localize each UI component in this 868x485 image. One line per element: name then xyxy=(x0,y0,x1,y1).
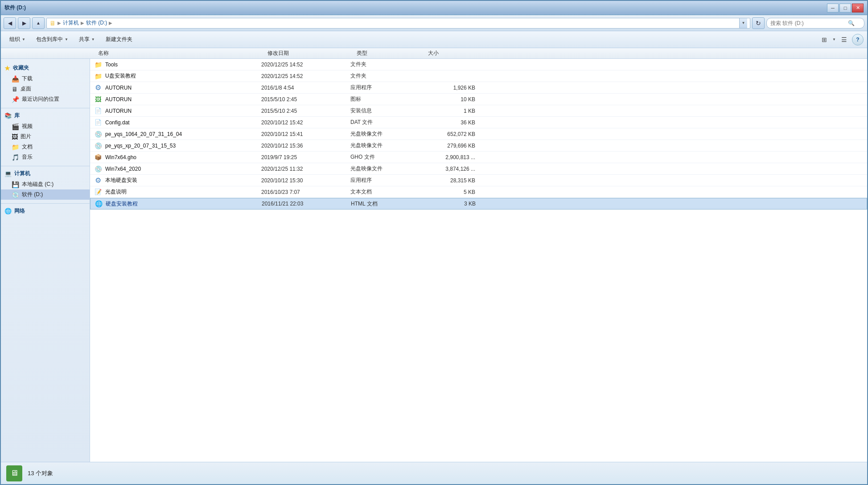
file-icon: 🖼 xyxy=(94,95,103,104)
file-size: 3 KB xyxy=(422,201,485,207)
organize-arrow: ▼ xyxy=(22,37,25,41)
new-folder-button[interactable]: 新建文件夹 xyxy=(101,33,137,46)
file-name: U盘安装教程 xyxy=(105,72,261,80)
breadcrumb-sep-3: ▶ xyxy=(109,21,112,25)
file-row[interactable]: ⚙ 本地硬盘安装 2020/10/12 15:30 应用程序 28,315 KB xyxy=(90,175,867,186)
back-button[interactable]: ◀ xyxy=(4,17,16,29)
file-size: 652,072 KB xyxy=(422,131,484,137)
breadcrumb-bar: 🖥 ▶ 计算机 ▶ 软件 (D:) ▶ ▼ xyxy=(46,18,750,29)
breadcrumb-computer[interactable]: 计算机 xyxy=(63,19,79,27)
file-row[interactable]: 🌐 硬盘安装教程 2016/11/21 22:03 HTML 文档 3 KB xyxy=(90,198,867,210)
file-name: 光盘说明 xyxy=(105,188,261,196)
sidebar-item-c-drive[interactable]: 💾 本地磁盘 (C:) xyxy=(1,179,90,189)
network-label: 网络 xyxy=(14,207,25,215)
sidebar-item-desktop[interactable]: 🖥 桌面 xyxy=(1,84,90,94)
sidebar-library-header[interactable]: 📚 库 xyxy=(1,110,90,121)
col-size-header[interactable]: 大小 xyxy=(424,48,487,59)
library-icon: 📚 xyxy=(4,112,12,119)
up-button[interactable]: ▲ xyxy=(32,17,45,29)
favorites-label: 收藏夹 xyxy=(13,64,29,72)
file-row[interactable]: 📄 AUTORUN 2015/5/10 2:45 安装信息 1 KB xyxy=(90,105,867,117)
sidebar-item-music[interactable]: 🎵 音乐 xyxy=(1,152,90,162)
file-row[interactable]: 📝 光盘说明 2016/10/23 7:07 文本文档 5 KB xyxy=(90,186,867,198)
close-button[interactable]: ✕ xyxy=(852,4,864,12)
d-drive-icon: 💿 xyxy=(12,191,19,198)
c-drive-icon: 💾 xyxy=(12,181,19,188)
recent-icon: 📌 xyxy=(12,96,19,103)
sidebar-item-video[interactable]: 🎬 视频 xyxy=(1,121,90,132)
file-row[interactable]: 🖼 AUTORUN 2015/5/10 2:45 图标 10 KB xyxy=(90,94,867,105)
statusbar-app-icon: 🖥 xyxy=(10,469,18,478)
file-size: 279,696 KB xyxy=(422,143,484,149)
maximize-button[interactable]: □ xyxy=(839,4,851,12)
file-name: Win7x64_2020 xyxy=(105,166,261,172)
share-button[interactable]: 共享 ▼ xyxy=(74,33,100,46)
breadcrumb-drive[interactable]: 软件 (D:) xyxy=(86,19,107,27)
file-row[interactable]: 📄 Config.dat 2020/10/12 15:42 DAT 文件 36 … xyxy=(90,117,867,128)
file-date: 2015/5/10 2:45 xyxy=(261,96,350,103)
file-row[interactable]: 💿 Win7x64_2020 2020/12/25 11:32 光盘映像文件 3… xyxy=(90,163,867,175)
refresh-button[interactable]: ↻ xyxy=(752,17,765,29)
divider-3 xyxy=(1,203,90,204)
sidebar-section-favorites: ★ 收藏夹 📥 下载 🖥 桌面 📌 最近访问的位置 xyxy=(1,62,90,104)
sidebar-computer-header[interactable]: 💻 计算机 xyxy=(1,168,90,179)
file-type: 文件夹 xyxy=(350,72,422,80)
search-input[interactable] xyxy=(770,20,846,26)
statusbar: 🖥 13 个对象 xyxy=(1,462,867,484)
breadcrumb-dropdown[interactable]: ▼ xyxy=(739,18,747,28)
sidebar: ★ 收藏夹 📥 下载 🖥 桌面 📌 最近访问的位置 xyxy=(1,59,90,462)
forward-button[interactable]: ▶ xyxy=(18,17,30,29)
share-arrow: ▼ xyxy=(91,37,95,41)
col-type-header[interactable]: 类型 xyxy=(353,48,424,59)
file-icon: 📝 xyxy=(94,188,103,197)
file-size: 28,315 KB xyxy=(422,177,484,184)
sidebar-item-documents[interactable]: 📁 文档 xyxy=(1,142,90,152)
documents-icon: 📁 xyxy=(12,144,19,151)
divider-2 xyxy=(1,166,90,166)
view-change-button[interactable]: ⊞ xyxy=(818,34,831,45)
file-type: 应用程序 xyxy=(350,177,422,184)
file-row[interactable]: ⚙ AUTORUN 2016/1/8 4:54 应用程序 1,926 KB xyxy=(90,82,867,94)
file-row[interactable]: 📦 Win7x64.gho 2019/9/7 19:25 GHO 文件 2,90… xyxy=(90,152,867,163)
file-type: GHO 文件 xyxy=(350,153,422,161)
file-date: 2019/9/7 19:25 xyxy=(261,154,350,160)
details-view-button[interactable]: ☰ xyxy=(838,34,850,45)
file-icon: 💿 xyxy=(94,164,103,173)
breadcrumb-sep-1: ▶ xyxy=(58,21,61,25)
file-type: 光盘映像文件 xyxy=(350,142,422,149)
minimize-button[interactable]: ─ xyxy=(827,4,839,12)
sidebar-item-recent[interactable]: 📌 最近访问的位置 xyxy=(1,94,90,104)
file-icon: 🌐 xyxy=(94,199,103,208)
file-size: 1,926 KB xyxy=(422,85,484,91)
file-size: 5 KB xyxy=(422,189,484,195)
include-library-button[interactable]: 包含到库中 ▼ xyxy=(31,33,73,46)
file-date: 2020/10/12 15:42 xyxy=(261,119,350,126)
sidebar-item-d-drive[interactable]: 💿 软件 (D:) xyxy=(1,189,90,200)
file-row[interactable]: 💿 pe_yqs_xp_20_07_31_15_53 2020/10/12 15… xyxy=(90,140,867,152)
file-icon: ⚙ xyxy=(94,83,103,92)
file-type: 图标 xyxy=(350,95,422,103)
toolbar-right: ⊞ ▼ ☰ ? xyxy=(818,34,864,45)
window-frame: 软件 (D:) ─ □ ✕ ◀ ▶ ▲ 🖥 ▶ 计算机 ▶ 软件 (D:) ▶ … xyxy=(0,0,868,485)
file-date: 2020/12/25 14:52 xyxy=(261,73,350,79)
file-row[interactable]: 💿 pe_yqs_1064_20_07_31_16_04 2020/10/12 … xyxy=(90,128,867,140)
file-date: 2015/5/10 2:45 xyxy=(261,108,350,114)
statusbar-count: 13 个对象 xyxy=(28,469,53,477)
file-name: Config.dat xyxy=(105,119,261,126)
sidebar-network-header[interactable]: 🌐 网络 xyxy=(1,206,90,217)
titlebar: 软件 (D:) ─ □ ✕ xyxy=(1,1,867,15)
file-row[interactable]: 📁 Tools 2020/12/25 14:52 文件夹 xyxy=(90,59,867,70)
col-name-header[interactable]: 名称 xyxy=(95,48,264,59)
sidebar-item-downloads[interactable]: 📥 下载 xyxy=(1,74,90,84)
col-date-header[interactable]: 修改日期 xyxy=(264,48,353,59)
file-type: 光盘映像文件 xyxy=(350,130,422,138)
file-date: 2020/12/25 11:32 xyxy=(261,166,350,172)
sidebar-item-pictures[interactable]: 🖼 图片 xyxy=(1,132,90,142)
help-button[interactable]: ? xyxy=(852,34,864,45)
file-list: 📁 Tools 2020/12/25 14:52 文件夹 📁 U盘安装教程 20… xyxy=(90,59,867,462)
file-type: 应用程序 xyxy=(350,84,422,91)
file-row[interactable]: 📁 U盘安装教程 2020/12/25 14:52 文件夹 xyxy=(90,70,867,82)
sidebar-favorites-header[interactable]: ★ 收藏夹 xyxy=(1,62,90,74)
file-name: AUTORUN xyxy=(105,96,261,103)
organize-button[interactable]: 组织 ▼ xyxy=(4,33,30,46)
